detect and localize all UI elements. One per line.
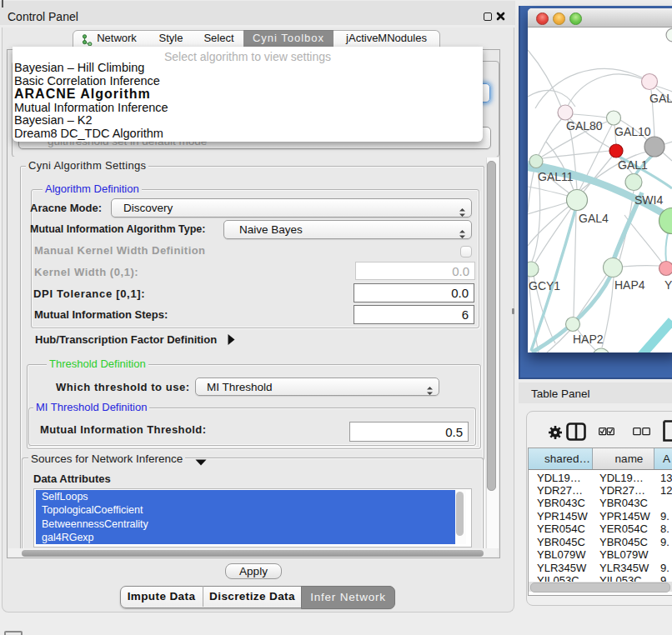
svg-text:SWI4: SWI4 xyxy=(634,193,663,207)
svg-text:HAP4: HAP4 xyxy=(614,278,645,292)
svg-text:GAL10: GAL10 xyxy=(614,125,651,138)
svg-text:YJ: YJ xyxy=(664,278,672,292)
svg-text:GAL7: GAL7 xyxy=(649,92,672,105)
svg-text:HAP2: HAP2 xyxy=(573,332,604,346)
svg-text:GAL11: GAL11 xyxy=(538,170,574,183)
svg-text:GCY1: GCY1 xyxy=(529,279,560,292)
svg-text:GAL4: GAL4 xyxy=(579,212,609,225)
svg-text:GAL80: GAL80 xyxy=(566,119,603,132)
svg-text:GAL1: GAL1 xyxy=(618,158,648,172)
